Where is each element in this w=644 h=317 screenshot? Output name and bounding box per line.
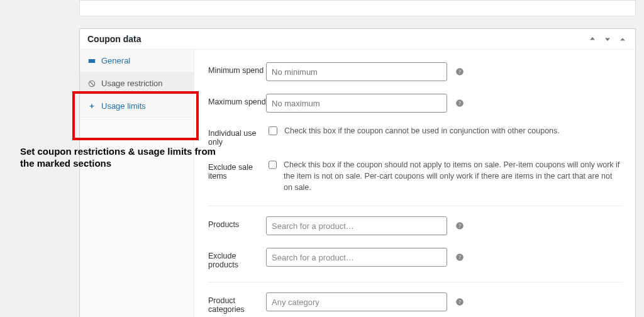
tabs-list: General Usage restriction + Usage limits — [80, 50, 194, 317]
label-categories: Product categories — [208, 292, 266, 314]
row-exclude-products: Exclude products Search for a product… ? — [208, 242, 623, 282]
label-exclude-sale: Exclude sale items — [208, 159, 266, 181]
min-spend-input[interactable] — [266, 62, 447, 81]
panel-collapse-icon[interactable] — [618, 34, 628, 44]
tab-general[interactable]: General — [80, 50, 194, 72]
individual-use-checkbox[interactable] — [269, 126, 277, 135]
fields-area: Minimum spend ? Maximum spend ? Individu… — [194, 50, 635, 317]
help-icon[interactable]: ? — [455, 98, 465, 108]
row-min-spend: Minimum spend ? — [208, 56, 623, 87]
max-spend-input[interactable] — [266, 94, 447, 113]
individual-use-desc: Check this box if the coupon cannot be u… — [284, 125, 560, 136]
label-exclude-products: Exclude products — [208, 248, 266, 269]
exclude-sale-desc: Check this box if the coupon should not … — [284, 159, 623, 193]
panel-move-down-icon[interactable] — [602, 34, 613, 44]
exclude-sale-checkbox[interactable] — [269, 160, 277, 169]
products-select[interactable]: Search for a product… — [266, 216, 447, 235]
tab-usage-limits[interactable]: + Usage limits — [80, 95, 194, 118]
label-min-spend: Minimum spend — [208, 62, 266, 75]
svg-text:?: ? — [458, 69, 461, 75]
row-individual-use: Individual use only Check this box if th… — [208, 119, 623, 153]
exclude-products-select[interactable]: Search for a product… — [266, 248, 447, 267]
label-products: Products — [208, 216, 266, 229]
row-exclude-sale: Exclude sale items Check this box if the… — [208, 153, 623, 206]
panel-body: General Usage restriction + Usage limits… — [80, 50, 635, 317]
svg-text:?: ? — [458, 101, 461, 106]
svg-text:?: ? — [458, 223, 461, 229]
panel-header: Coupon data — [80, 29, 635, 50]
tab-usage-restriction-label: Usage restriction — [101, 79, 163, 88]
tab-general-label: General — [101, 56, 130, 65]
svg-text:?: ? — [458, 299, 461, 305]
tab-usage-restriction[interactable]: Usage restriction — [80, 72, 194, 95]
svg-line-1 — [90, 81, 94, 86]
plus-icon: + — [87, 101, 96, 111]
row-categories: Product categories Any category ? — [208, 286, 623, 317]
categories-select[interactable]: Any category — [266, 292, 447, 311]
row-products: Products Search for a product… ? — [208, 210, 623, 242]
help-icon[interactable]: ? — [455, 252, 465, 262]
svg-text:?: ? — [458, 255, 461, 260]
help-icon[interactable]: ? — [455, 297, 465, 307]
tab-usage-limits-label: Usage limits — [101, 101, 146, 111]
help-icon[interactable]: ? — [455, 221, 465, 231]
help-icon[interactable]: ? — [455, 67, 465, 77]
coupon-data-panel: Coupon data General Usage restriction + … — [79, 28, 636, 317]
panel-move-up-icon[interactable] — [587, 34, 597, 44]
panel-title: Coupon data — [87, 34, 142, 44]
ticket-icon — [87, 57, 96, 65]
ban-icon — [87, 79, 96, 88]
description-textarea[interactable] — [79, 0, 636, 16]
panel-toggles — [587, 34, 628, 44]
row-max-spend: Maximum spend ? — [208, 87, 623, 119]
label-individual-use: Individual use only — [208, 125, 266, 147]
label-max-spend: Maximum spend — [208, 94, 266, 106]
